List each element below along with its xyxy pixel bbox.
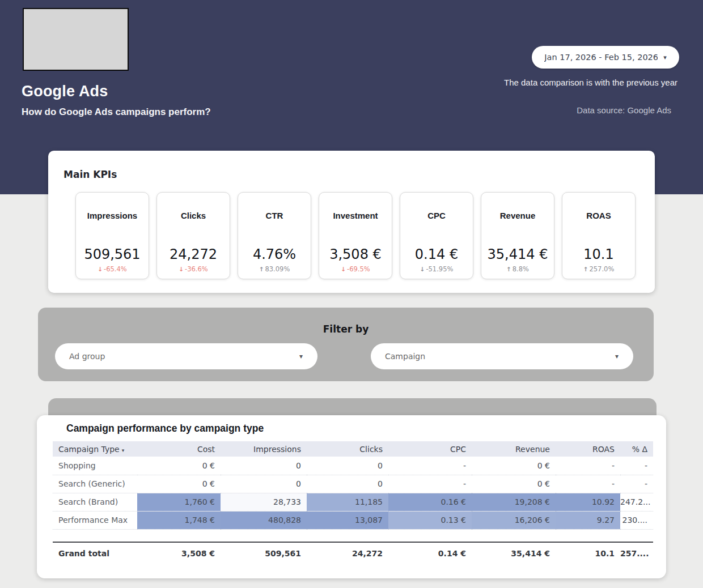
chevron-down-icon: ▾	[663, 54, 667, 61]
kpi-delta-value: -65.4%	[104, 265, 127, 273]
date-range-selector[interactable]: Jan 17, 2026 - Feb 15, 2026 ▾	[532, 46, 679, 69]
metric-cell: 230....	[620, 511, 653, 529]
grand-total-cell: 257....	[620, 542, 653, 564]
metric-cell: 0	[221, 457, 307, 475]
table-row: Search (Brand)1,760 €28,73311,1850.16 €1…	[53, 493, 653, 511]
grand-total-cell: 10.1	[556, 542, 620, 564]
kpi-card: Impressions 509,561 ↓-65.4%	[75, 192, 149, 279]
grand-total-cell: 509,561	[221, 542, 307, 564]
kpi-card: Investment 3,508 € ↓-69.5%	[319, 192, 392, 279]
metric-cell: 11,185	[307, 493, 388, 511]
comparison-note: The data comparison is with the previous…	[504, 78, 677, 87]
column-header-6[interactable]: ROAS	[556, 441, 620, 457]
metric-cell: 0 €	[472, 475, 556, 493]
kpi-label: ROAS	[562, 211, 635, 220]
table-row: Search (Generic)0 €00-0 €--	[53, 475, 653, 493]
kpi-delta-value: -51.95%	[426, 265, 453, 273]
filter-dropdown-label: Campaign	[385, 352, 615, 361]
metric-cell: 9.27	[556, 511, 620, 529]
kpi-delta: ↓-36.6%	[157, 265, 230, 273]
column-header-5[interactable]: Revenue	[472, 441, 556, 457]
metric-cell: 247.2...	[620, 493, 653, 511]
kpi-delta-arrow-icon: ↑	[583, 266, 588, 272]
column-header-4[interactable]: CPC	[388, 441, 472, 457]
logo-placeholder-image	[23, 8, 129, 71]
kpi-delta-value: -69.5%	[347, 265, 370, 273]
column-header-7[interactable]: % Δ	[620, 441, 653, 457]
kpi-value: 3,508 €	[319, 246, 392, 262]
grand-total-row: Grand total3,508 €509,56124,2720.14 €35,…	[53, 542, 653, 564]
filter-dropdown-campaign[interactable]: Campaign ▾	[371, 343, 633, 369]
metric-cell: 1,748 €	[137, 511, 221, 529]
main-kpis-panel: Main KPIs Impressions 509,561 ↓-65.4% Cl…	[48, 151, 655, 293]
metric-cell: 0.13 €	[388, 511, 472, 529]
grand-total-cell: 35,414 €	[472, 542, 556, 564]
campaign-type-cell: Search (Generic)	[53, 475, 137, 493]
grand-total-cell: 3,508 €	[137, 542, 221, 564]
metric-cell: 0 €	[472, 457, 556, 475]
kpi-value: 10.1	[562, 246, 635, 262]
page-subtitle: How do Google Ads campaigns perform?	[22, 106, 211, 118]
kpi-delta-arrow-icon: ↓	[420, 266, 425, 272]
metric-cell: 0 €	[137, 475, 221, 493]
metric-cell: 0	[221, 475, 307, 493]
sort-descending-icon: ▾	[122, 448, 125, 453]
column-header-0[interactable]: Campaign Type▾	[53, 441, 137, 457]
kpi-delta: ↑83.09%	[238, 265, 311, 273]
metric-cell: 13,087	[307, 511, 388, 529]
column-header-1[interactable]: Cost	[137, 441, 221, 457]
kpi-label: CTR	[238, 211, 311, 220]
kpi-value: 4.76%	[238, 246, 311, 262]
grand-total-cell: 0.14 €	[388, 542, 472, 564]
kpi-delta-arrow-icon: ↑	[506, 266, 511, 272]
table-spacer-row	[53, 529, 653, 542]
kpi-card: ROAS 10.1 ↑257.0%	[562, 192, 636, 279]
kpi-delta: ↓-69.5%	[319, 265, 392, 273]
kpi-value: 0.14 €	[400, 246, 473, 262]
campaign-table-title: Campaign performance by campaign type	[66, 423, 264, 434]
metric-cell: 0	[307, 457, 388, 475]
metric-cell: 28,733	[221, 493, 307, 511]
campaign-performance-table: Campaign Type▾CostImpressionsClicksCPCRe…	[53, 441, 653, 564]
column-header-2[interactable]: Impressions	[221, 441, 307, 457]
chevron-down-icon: ▾	[299, 352, 303, 360]
metric-cell: 10.92	[556, 493, 620, 511]
kpi-delta-value: 83.09%	[265, 265, 290, 273]
metric-cell: 0 €	[137, 457, 221, 475]
campaign-type-cell: Search (Brand)	[53, 493, 137, 511]
table-row: Performance Max1,748 €480,82813,0870.13 …	[53, 511, 653, 529]
kpi-card: Revenue 35,414 € ↑8.8%	[481, 192, 554, 279]
kpi-label: Impressions	[76, 211, 149, 220]
grand-total-cell: 24,272	[307, 542, 388, 564]
filter-dropdown-ad-group[interactable]: Ad group ▾	[55, 343, 317, 369]
kpi-card: Clicks 24,272 ↓-36.6%	[156, 192, 230, 279]
metric-cell: 16,206 €	[472, 511, 556, 529]
kpi-card: CPC 0.14 € ↓-51.95%	[400, 192, 473, 279]
kpi-label: Revenue	[481, 211, 554, 220]
metric-cell: 19,208 €	[472, 493, 556, 511]
metric-cell: 0	[307, 475, 388, 493]
metric-cell: 1,760 €	[137, 493, 221, 511]
kpi-card-row: Impressions 509,561 ↓-65.4% Clicks 24,27…	[75, 192, 636, 279]
page-title: Google Ads	[22, 83, 108, 100]
chevron-down-icon: ▾	[615, 352, 619, 360]
column-header-3[interactable]: Clicks	[307, 441, 388, 457]
table-body: Shopping0 €00-0 €--Search (Generic)0 €00…	[53, 457, 653, 564]
kpi-delta: ↑8.8%	[481, 265, 554, 273]
kpi-value: 24,272	[157, 246, 230, 262]
kpi-delta: ↑257.0%	[562, 265, 635, 273]
metric-cell: -	[388, 475, 472, 493]
kpi-delta-value: 8.8%	[513, 265, 529, 273]
column-header-label: Campaign Type	[58, 445, 120, 454]
campaign-type-cell: Performance Max	[53, 511, 137, 529]
kpi-value: 35,414 €	[481, 246, 554, 262]
kpi-delta-arrow-icon: ↓	[98, 266, 103, 272]
metric-cell: -	[620, 475, 653, 493]
kpi-delta-arrow-icon: ↑	[259, 266, 264, 272]
kpi-label: CPC	[400, 211, 473, 220]
grand-total-label: Grand total	[53, 542, 137, 564]
metric-cell: 480,828	[221, 511, 307, 529]
metric-cell: -	[556, 457, 620, 475]
table-header-row: Campaign Type▾CostImpressionsClicksCPCRe…	[53, 441, 653, 457]
kpi-delta-arrow-icon: ↓	[179, 266, 184, 272]
